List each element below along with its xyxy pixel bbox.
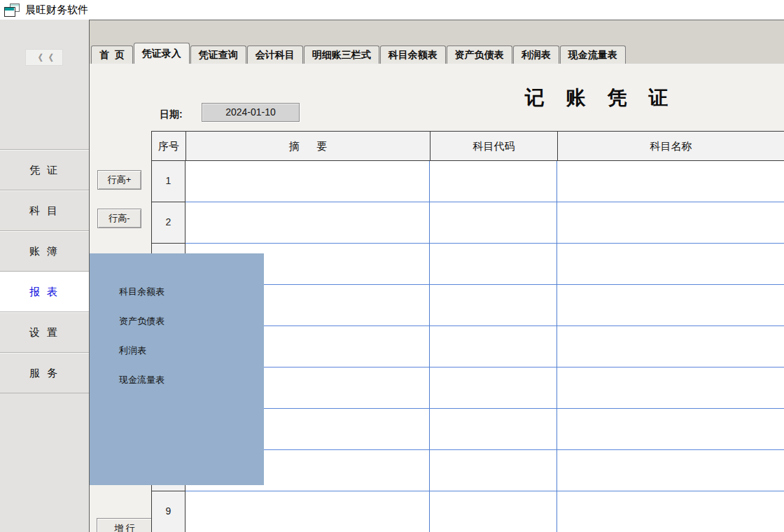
header-subject-code: 科目代码 <box>430 132 558 160</box>
table-row: 9 <box>151 491 784 532</box>
code-cell[interactable] <box>430 491 557 532</box>
row-number: 1 <box>151 161 186 202</box>
code-cell[interactable] <box>430 326 557 368</box>
row-height-increase-button[interactable]: 行高+ <box>97 170 141 190</box>
row-height-decrease-button[interactable]: 行高- <box>97 209 141 228</box>
sidebar-divider <box>0 393 89 393</box>
tab-cash-flow[interactable]: 现金流量表 <box>560 46 626 64</box>
sidebar-nav: 凭 证 科 目 账 簿 报 表 设 置 服 务 <box>0 149 89 393</box>
name-cell[interactable] <box>557 326 784 368</box>
name-cell[interactable] <box>557 409 784 450</box>
row-number: 9 <box>151 491 186 532</box>
add-row-button[interactable]: 增 行 <box>97 518 153 532</box>
sidebar-collapse-button[interactable]: 《《 <box>25 49 63 66</box>
menu-item-cash-flow[interactable]: 现金流量表 <box>90 365 264 395</box>
header-subject-name: 科目名称 <box>558 132 784 160</box>
form-window-icon <box>4 4 20 17</box>
name-cell[interactable] <box>557 244 784 285</box>
table-row: 1 <box>151 161 784 202</box>
app-window: 晨旺财务软件 《《 凭 证 科 目 账 簿 报 表 设 置 服 务 首 页 凭证… <box>0 0 784 532</box>
tab-voucher-entry[interactable]: 凭证录入 <box>134 43 190 64</box>
tab-voucher-query[interactable]: 凭证查询 <box>190 46 246 64</box>
date-label: 日期: <box>160 105 183 124</box>
name-cell[interactable] <box>557 450 784 491</box>
tab-strip-band: 首 页 凭证录入 凭证查询 会计科目 明细账三栏式 科目余额表 资产负债表 利润… <box>90 20 784 64</box>
sidebar: 《《 凭 证 科 目 账 簿 报 表 设 置 服 务 <box>0 20 89 532</box>
title-bar: 晨旺财务软件 <box>0 0 784 20</box>
summary-cell[interactable] <box>186 161 430 202</box>
tab-subject-balance[interactable]: 科目余额表 <box>380 46 446 64</box>
tab-balance-sheet[interactable]: 资产负债表 <box>447 46 512 64</box>
menu-item-balance-sheet[interactable]: 资产负债表 <box>90 307 264 336</box>
code-cell[interactable] <box>430 202 557 244</box>
code-cell[interactable] <box>430 450 557 491</box>
table-row: 2 <box>151 202 784 244</box>
sidebar-item-subjects[interactable]: 科 目 <box>0 190 89 230</box>
sidebar-item-settings[interactable]: 设 置 <box>0 312 89 352</box>
sidebar-item-ledgers[interactable]: 账 簿 <box>0 230 89 271</box>
name-cell[interactable] <box>557 202 784 244</box>
name-cell[interactable] <box>557 161 784 202</box>
code-cell[interactable] <box>430 285 557 326</box>
sidebar-item-voucher[interactable]: 凭 证 <box>0 149 89 190</box>
header-summary: 摘 要 <box>186 132 430 160</box>
tab-detail-ledger[interactable]: 明细账三栏式 <box>304 46 379 64</box>
row-number: 2 <box>151 202 186 244</box>
voucher-title: 记 账 凭 证 <box>482 85 720 111</box>
menu-item-income-statement[interactable]: 利润表 <box>90 336 264 365</box>
tab-home[interactable]: 首 页 <box>91 46 133 64</box>
name-cell[interactable] <box>557 285 784 326</box>
sidebar-item-reports[interactable]: 报 表 <box>0 271 89 312</box>
voucher-entry-page: 日期: 2024-01-10 记 账 凭 证 行高+ 行高- 增 行 序号 摘 … <box>90 64 784 532</box>
reports-popup-menu: 科目余额表 资产负债表 利润表 现金流量表 <box>90 253 264 485</box>
tab-accounting-subjects[interactable]: 会计科目 <box>247 46 303 64</box>
tab-income-statement[interactable]: 利润表 <box>513 46 559 64</box>
code-cell[interactable] <box>430 368 557 409</box>
name-cell[interactable] <box>557 368 784 409</box>
code-cell[interactable] <box>430 161 557 202</box>
table-header-row: 序号 摘 要 科目代码 科目名称 <box>151 131 784 161</box>
tab-bar: 首 页 凭证录入 凭证查询 会计科目 明细账三栏式 科目余额表 资产负债表 利润… <box>91 41 626 64</box>
summary-cell[interactable] <box>186 202 430 244</box>
header-seq: 序号 <box>152 132 186 160</box>
code-cell[interactable] <box>430 409 557 450</box>
menu-item-subject-balance[interactable]: 科目余额表 <box>90 277 264 307</box>
sidebar-item-services[interactable]: 服 务 <box>0 352 89 393</box>
summary-cell[interactable] <box>186 491 430 532</box>
name-cell[interactable] <box>557 491 784 532</box>
date-field[interactable]: 2024-01-10 <box>202 103 300 122</box>
code-cell[interactable] <box>430 244 557 285</box>
app-title: 晨旺财务软件 <box>25 4 88 17</box>
